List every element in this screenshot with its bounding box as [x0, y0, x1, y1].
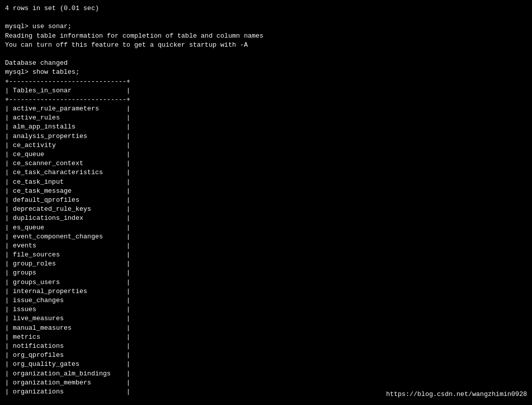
terminal-output: 4 rows in set (0.01 sec) mysql> use sona… [5, 4, 527, 396]
watermark: https://blog.csdn.net/wangzhimin0928 [386, 390, 527, 399]
